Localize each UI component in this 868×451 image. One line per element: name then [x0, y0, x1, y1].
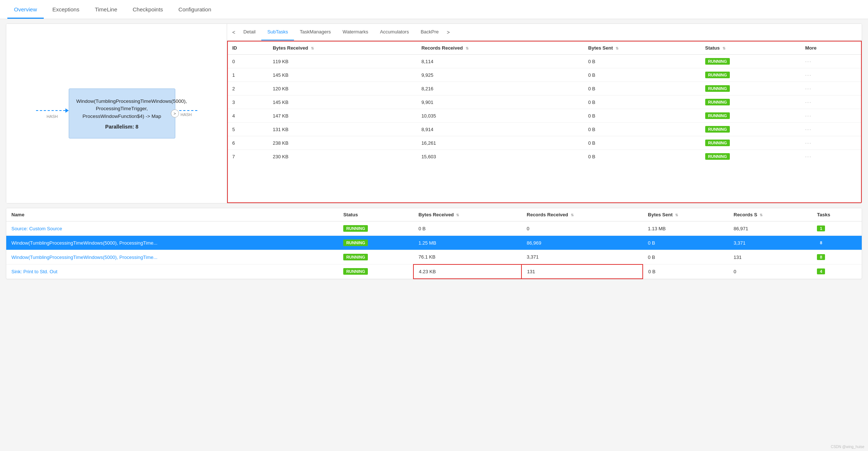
tab-timeline[interactable]: TimeLine [88, 1, 124, 19]
subtask-records-received: 10,035 [417, 109, 584, 123]
subtask-records-received: 8,216 [417, 82, 584, 95]
bottom-tasks: 8 [812, 236, 862, 250]
collapse-right-btn[interactable]: > [171, 109, 179, 118]
subtask-more[interactable]: ··· [801, 136, 861, 150]
tab-overview[interactable]: Overview [7, 1, 44, 19]
bottom-status: RUNNING [338, 250, 413, 264]
subtask-status: RUNNING [701, 95, 801, 109]
bottom-records-received: 86,969 [521, 236, 643, 250]
col-bytes-sent: Bytes Sent ⇅ [584, 42, 701, 55]
status-badge: RUNNING [705, 99, 730, 105]
right-panel: < Detail SubTasks TaskManagers Watermark… [227, 24, 862, 203]
bottom-sort-records-sent-icon[interactable]: ⇅ [760, 213, 763, 217]
bottom-bytes-sent: 0 B [643, 236, 728, 250]
subtask-records-received: 9,925 [417, 68, 584, 82]
bottom-col-bytes-sent: Bytes Sent ⇅ [643, 208, 728, 221]
bottom-name[interactable]: Sink: Print to Std. Out [6, 264, 338, 279]
subtask-bytes-sent: 0 B [584, 150, 701, 163]
panel-tab-subtasks[interactable]: SubTasks [261, 24, 294, 40]
panel-tab-watermarks[interactable]: Watermarks [337, 24, 374, 40]
bottom-bytes-received: 4.23 KB [413, 264, 522, 279]
subtask-status: RUNNING [701, 136, 801, 150]
subtask-more[interactable]: ··· [801, 95, 861, 109]
tab-exceptions[interactable]: Exceptions [46, 1, 86, 19]
subtask-more[interactable]: ··· [801, 68, 861, 82]
panel-tab-detail[interactable]: Detail [237, 24, 261, 40]
status-badge: RUNNING [705, 140, 730, 146]
status-badge: RUNNING [705, 58, 730, 65]
subtask-status: RUNNING [701, 82, 801, 95]
subtask-row: 6 238 KB 16,261 0 B RUNNING ··· [228, 136, 861, 150]
top-section: HASH Window(TumblingProcessingTimeWindow… [6, 24, 862, 203]
more-dots-icon[interactable]: ··· [805, 72, 812, 78]
panel-tab-prev[interactable]: < [230, 24, 237, 40]
subtask-more[interactable]: ··· [801, 123, 861, 136]
bottom-tasks: 4 [812, 264, 862, 279]
bottom-sort-bytes-sent-icon[interactable]: ⇅ [675, 213, 678, 217]
bottom-name[interactable]: Source: Custom Source [6, 221, 338, 236]
tab-checkpoints[interactable]: Checkpoints [126, 1, 170, 19]
more-dots-icon[interactable]: ··· [805, 140, 812, 146]
subtask-bytes-sent: 0 B [584, 109, 701, 123]
sort-bytes-received-icon[interactable]: ⇅ [311, 46, 314, 50]
sort-records-received-icon[interactable]: ⇅ [466, 46, 469, 50]
node-title: Window(TumblingProcessingTimeWindows(500… [76, 98, 168, 120]
bottom-table-row: Source: Custom Source RUNNING 0 B 0 1.13… [6, 221, 862, 236]
bottom-records-sent: 131 [728, 250, 812, 264]
more-dots-icon[interactable]: ··· [805, 58, 812, 64]
subtask-row: 1 145 KB 9,925 0 B RUNNING ··· [228, 68, 861, 82]
bottom-bytes-received: 76.1 KB [413, 250, 522, 264]
arrow-head-left [65, 108, 69, 113]
subtask-more[interactable]: ··· [801, 82, 861, 95]
subtask-bytes-received: 230 KB [268, 150, 417, 163]
subtask-bytes-sent: 0 B [584, 136, 701, 150]
more-dots-icon[interactable]: ··· [805, 126, 812, 132]
bottom-sort-bytes-received-icon[interactable]: ⇅ [456, 213, 459, 217]
bottom-name[interactable]: Window(TumblingProcessingTimeWindows(500… [6, 236, 338, 250]
bottom-name[interactable]: Window(TumblingProcessingTimeWindows(500… [6, 250, 338, 264]
task-badge: 8 [817, 254, 825, 260]
panel-tab-next[interactable]: > [445, 24, 452, 40]
panel-tab-taskmanagers[interactable]: TaskManagers [294, 24, 337, 40]
tab-configuration[interactable]: Configuration [172, 1, 218, 19]
bottom-records-sent: 86,971 [728, 221, 812, 236]
subtask-status: RUNNING [701, 55, 801, 68]
subtask-row: 2 120 KB 8,216 0 B RUNNING ··· [228, 82, 861, 95]
bottom-status-badge: RUNNING [343, 239, 368, 246]
bottom-section: Name Status Bytes Received ⇅ Records Rec… [6, 208, 862, 279]
subtask-status: RUNNING [701, 123, 801, 136]
subtask-more[interactable]: ··· [801, 55, 861, 68]
bottom-sort-records-received-icon[interactable]: ⇅ [571, 213, 574, 217]
col-status: Status ⇅ [701, 42, 801, 55]
bottom-records-sent: 0 [728, 264, 812, 279]
task-badge: 1 [817, 226, 825, 231]
bottom-table: Name Status Bytes Received ⇅ Records Rec… [6, 208, 862, 279]
subtask-more[interactable]: ··· [801, 109, 861, 123]
panel-tabs: < Detail SubTasks TaskManagers Watermark… [227, 24, 862, 41]
subtask-row: 0 119 KB 8,114 0 B RUNNING ··· [228, 55, 861, 68]
panel-tab-accumulators[interactable]: Accumulators [374, 24, 415, 40]
subtask-id: 1 [228, 68, 268, 82]
subtask-status: RUNNING [701, 68, 801, 82]
subtask-bytes-received: 145 KB [268, 95, 417, 109]
subtask-id: 2 [228, 82, 268, 95]
status-badge: RUNNING [705, 112, 730, 119]
more-dots-icon[interactable]: ··· [805, 154, 812, 159]
graph-wrapper: HASH Window(TumblingProcessingTimeWindow… [14, 89, 219, 138]
sort-status-icon[interactable]: ⇅ [722, 46, 725, 50]
bottom-col-tasks: Tasks [812, 208, 862, 221]
bottom-status: RUNNING [338, 236, 413, 250]
bottom-col-status: Status [338, 208, 413, 221]
sort-bytes-sent-icon[interactable]: ⇅ [616, 46, 618, 50]
subtask-table-container: ID Bytes Received ⇅ Records Received ⇅ B… [227, 41, 862, 203]
subtask-bytes-sent: 0 B [584, 95, 701, 109]
subtask-table: ID Bytes Received ⇅ Records Received ⇅ B… [228, 42, 861, 163]
subtask-more[interactable]: ··· [801, 150, 861, 163]
more-dots-icon[interactable]: ··· [805, 99, 812, 105]
bottom-col-bytes-received: Bytes Received ⇅ [413, 208, 522, 221]
more-dots-icon[interactable]: ··· [805, 86, 812, 91]
panel-tab-backpre[interactable]: BackPre [415, 24, 445, 40]
more-dots-icon[interactable]: ··· [805, 113, 812, 119]
bottom-records-received: 131 [521, 264, 643, 279]
subtask-bytes-received: 120 KB [268, 82, 417, 95]
